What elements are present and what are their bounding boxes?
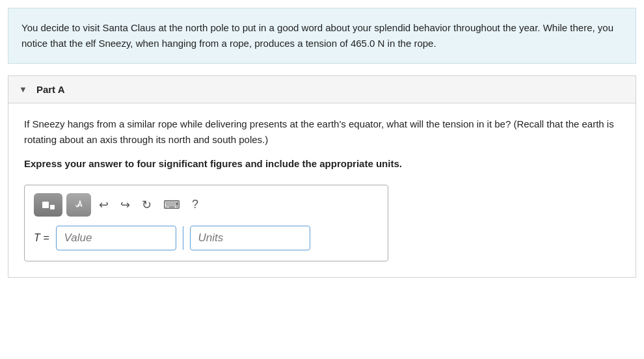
help-button[interactable]: ?: [188, 195, 202, 214]
divider: [183, 226, 183, 250]
problem-statement: You decide to visit Santa Claus at the n…: [8, 8, 636, 64]
keyboard-button[interactable]: ⌨: [159, 195, 184, 215]
units-icon: ᵤÅ: [66, 193, 91, 217]
units-button[interactable]: ᵤÅ: [66, 193, 91, 217]
refresh-button[interactable]: ↻: [138, 195, 155, 215]
part-a-body: If Sneezy hangs from a similar rope whil…: [8, 103, 636, 277]
input-row: T =: [34, 226, 379, 250]
square-icon-2: [50, 205, 55, 209]
instruction-text: Express your answer to four significant …: [24, 157, 620, 172]
redo-button[interactable]: ↪: [116, 195, 134, 215]
chevron-down-icon: ▼: [19, 85, 27, 94]
toolbar: ᵤÅ ↩ ↪ ↻ ⌨: [34, 193, 379, 217]
formula-button[interactable]: [34, 193, 62, 217]
undo-button[interactable]: ↩: [95, 195, 113, 215]
refresh-icon: ↻: [142, 198, 152, 212]
value-input[interactable]: [56, 226, 176, 250]
problem-text: You decide to visit Santa Claus at the n…: [21, 22, 613, 49]
part-a-section: ▼ Part A If Sneezy hangs from a similar …: [8, 75, 636, 278]
question-text: If Sneezy hangs from a similar rope whil…: [24, 116, 620, 148]
square-icon-1: [42, 202, 49, 208]
unit-text: ᵤÅ: [75, 200, 82, 209]
undo-icon: ↩: [99, 198, 109, 212]
keyboard-icon: ⌨: [163, 198, 180, 212]
part-a-label: Part A: [36, 84, 65, 95]
redo-icon: ↪: [120, 198, 130, 212]
variable-label: T =: [34, 232, 49, 244]
formula-icon: [34, 193, 62, 217]
answer-box: ᵤÅ ↩ ↪ ↻ ⌨: [24, 185, 388, 261]
units-input[interactable]: [190, 226, 310, 250]
part-a-header[interactable]: ▼ Part A: [8, 76, 636, 103]
